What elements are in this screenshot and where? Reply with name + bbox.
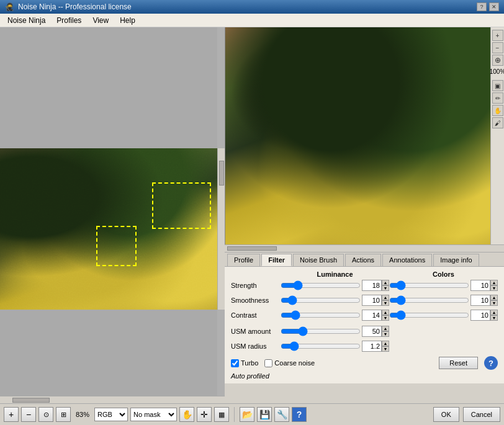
help-title-btn[interactable]: ? [477,2,487,11]
smoothness-col-up[interactable]: ▲ [490,295,498,300]
menu-noise-ninja[interactable]: Noise Ninja [2,15,50,26]
strength-col-up[interactable]: ▲ [490,280,498,285]
tab-annotations[interactable]: Annotations [382,254,432,266]
smoothness-label: Smoothness [231,297,281,304]
menu-view[interactable]: View [88,15,114,26]
left-scroll-v[interactable] [217,148,225,310]
brush-btn[interactable]: 🖌 [492,117,503,128]
zoom-out-bottom-btn[interactable]: − [21,407,36,422]
coarse-noise-label: Coarse noise [274,359,315,367]
view-mode-btn[interactable]: ▣ [492,80,503,91]
turbo-checkbox[interactable] [231,359,239,367]
hand-btn[interactable]: ✋ [492,105,503,116]
app-icon: 🥷 [5,2,14,11]
usm-radius-up[interactable]: ▲ [382,341,389,346]
cancel-button[interactable]: Cancel [463,407,500,422]
right-scroll-thumb-h[interactable] [227,246,277,251]
coarse-noise-checkbox[interactable] [264,359,272,367]
smoothness-row: Smoothness ▲ ▼ [231,294,498,306]
strength-col-down[interactable]: ▼ [490,285,498,291]
contrast-col-up[interactable]: ▲ [490,310,498,315]
right-panel: + − ⊕ 100% ▣ ✏ ✋ 🖌 Profile Filter Noise … [225,27,504,403]
strength-col-slider-container: ▲ ▼ [389,280,498,291]
coarse-noise-checkbox-label[interactable]: Coarse noise [264,359,315,367]
tab-image-info[interactable]: Image info [433,254,479,266]
mask-mode-select[interactable]: No mask [130,408,177,421]
contrast-lum-slider[interactable] [281,311,361,320]
filter-label-spacer [231,271,281,278]
smoothness-col-input[interactable] [470,295,490,306]
tab-filter[interactable]: Filter [261,254,292,266]
hand-tool-btn[interactable]: ✋ [179,407,194,422]
filter-headers: Luminance Colors [231,271,498,278]
turbo-checkbox-label[interactable]: Turbo [231,359,258,367]
left-scroll-thumb-h[interactable] [12,398,50,403]
contrast-lum-up[interactable]: ▲ [382,310,389,315]
smoothness-col-container: ▲ ▼ [389,295,498,306]
usm-amount-input[interactable] [362,326,382,337]
crosshair-tool-btn[interactable]: ✛ [197,407,212,422]
strength-lum-slider[interactable] [281,281,361,290]
close-title-btn[interactable]: ✕ [489,2,499,11]
usm-radius-label: USM radius [231,342,281,350]
zoom-fit-large-btn[interactable]: ⊞ [56,407,71,422]
smoothness-lum-slider[interactable] [281,296,361,305]
strength-col-arrows: ▲ ▼ [490,280,498,291]
usm-amount-up[interactable]: ▲ [382,326,389,331]
usm-amount-spinbox: ▲ ▼ [362,326,389,337]
usm-radius-down[interactable]: ▼ [382,346,389,352]
left-scroll-h[interactable] [0,396,225,403]
strength-col-slider[interactable] [389,281,469,290]
zoom-out-btn[interactable]: − [492,42,503,53]
smoothness-col-down[interactable]: ▼ [490,300,498,306]
main-area: + − ⊕ 100% ▣ ✏ ✋ 🖌 Profile Filter Noise … [0,27,504,403]
profile-tool-btn[interactable]: 🔧 [274,407,289,422]
tab-noise-brush[interactable]: Noise Brush [293,254,344,266]
open-file-btn[interactable]: 📂 [240,407,254,422]
tab-profile[interactable]: Profile [227,254,260,266]
tab-actions[interactable]: Actions [345,254,381,266]
histogram-btn[interactable]: ▦ [214,407,229,422]
help-button[interactable]: ? [484,356,498,370]
colors-header: Colors [389,271,498,278]
zoom-in-btn[interactable]: + [492,30,503,41]
usm-radius-slider[interactable] [281,342,361,351]
contrast-col-input[interactable] [470,310,490,321]
usm-amount-label: USM amount [231,328,281,335]
contrast-col-down[interactable]: ▼ [490,315,498,321]
menu-help[interactable]: Help [115,15,140,26]
smoothness-lum-down[interactable]: ▼ [382,300,389,306]
zoom-in-bottom-btn[interactable]: + [4,407,19,422]
zoom-fit-btn[interactable]: ⊕ [492,55,503,66]
zoom-fit-small-btn[interactable]: ⊙ [38,407,53,422]
usm-radius-arrows: ▲ ▼ [382,341,389,352]
smoothness-lum-container: ▲ ▼ [281,295,389,306]
left-panel-top-gray [0,27,217,148]
pencil-btn[interactable]: ✏ [492,92,503,104]
contrast-lum-input[interactable] [362,310,382,321]
strength-col-input[interactable] [470,280,490,291]
ok-button[interactable]: OK [433,407,459,422]
contrast-col-slider[interactable] [389,311,469,320]
left-scroll-thumb-v[interactable] [219,161,224,186]
right-scroll-track[interactable] [225,246,504,251]
bottom-right-buttons: OK Cancel [433,407,500,422]
right-image-hscroll[interactable] [225,244,504,252]
reset-button[interactable]: Reset [439,357,478,369]
usm-radius-input[interactable] [362,341,382,352]
contrast-lum-arrows: ▲ ▼ [382,310,389,321]
strength-lum-input[interactable] [362,280,382,291]
usm-amount-slider[interactable] [281,327,361,336]
strength-lum-down[interactable]: ▼ [382,285,389,291]
smoothness-lum-up[interactable]: ▲ [382,295,389,300]
save-file-btn[interactable]: 💾 [257,407,272,422]
usm-amount-down[interactable]: ▼ [382,331,389,337]
smoothness-lum-input[interactable] [362,295,382,306]
strength-lum-up[interactable]: ▲ [382,280,389,285]
smoothness-col-slider[interactable] [389,296,469,305]
contrast-lum-down[interactable]: ▼ [382,315,389,321]
menu-profiles[interactable]: Profiles [52,15,86,26]
help-tool-btn[interactable]: ? [292,407,307,422]
color-mode-select[interactable]: RGB CMYK [94,408,128,421]
strength-lum-arrows: ▲ ▼ [382,280,389,291]
